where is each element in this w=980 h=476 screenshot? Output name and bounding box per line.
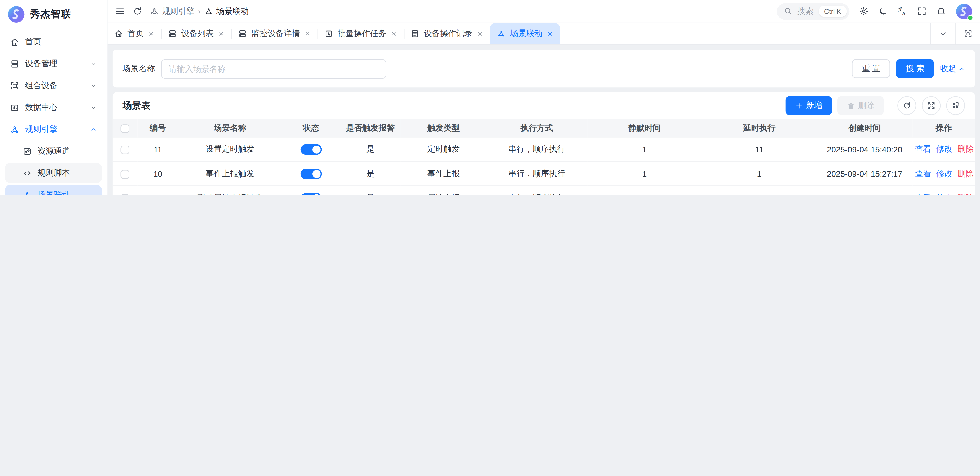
svg-text:A: A (902, 11, 905, 16)
delete-label: 删除 (858, 100, 874, 111)
tab-close-icon[interactable] (218, 30, 224, 36)
tab-close-icon[interactable] (391, 30, 397, 36)
content-fullscreen-icon[interactable] (955, 23, 980, 44)
tab-monitor-device-detail[interactable]: 监控设备详情 (231, 23, 317, 44)
column-header: 状态 (282, 119, 340, 137)
sidebar-item-combo-device[interactable]: 组合设备 (5, 76, 102, 95)
sidebar-item-home[interactable]: 首页 (5, 32, 102, 52)
delete-link[interactable]: 删除 (958, 144, 974, 154)
combo-icon (10, 81, 19, 90)
tabs-dropdown-chevron-icon[interactable] (930, 23, 955, 44)
dark-mode-moon-icon[interactable] (878, 6, 888, 16)
add-button[interactable]: 新增 (786, 96, 832, 115)
collapse-label: 收起 (940, 63, 956, 74)
table-header-row: 编号场景名称状态是否触发报警触发类型执行方式静默时间延时执行创建时间操作 (113, 119, 975, 137)
sidebar-item-label: 数据中心 (25, 102, 90, 113)
tab-close-icon[interactable] (304, 30, 310, 36)
global-search[interactable]: 搜索 Ctrl K (776, 3, 849, 20)
collapse-filter-link[interactable]: 收起 (940, 63, 965, 74)
fullscreen-icon[interactable] (917, 6, 927, 16)
cell-delay: 1 (702, 186, 816, 195)
cell-delay: 11 (702, 137, 816, 162)
cell-created-time: 2025-09-04 15:40:20 (817, 137, 913, 162)
tab-batch-task[interactable]: 批量操作任务 (318, 23, 404, 44)
tab-label: 场景联动 (510, 28, 542, 40)
status-toggle[interactable] (301, 193, 322, 195)
network-icon (150, 7, 159, 16)
row-checkbox[interactable] (121, 170, 129, 179)
notifications-bell-icon[interactable] (936, 6, 946, 16)
sidebar-item-label: 设备管理 (25, 58, 90, 70)
table-title: 场景表 (123, 100, 151, 111)
brand-name: 秀杰智联 (30, 8, 71, 21)
server-icon (238, 29, 247, 38)
scene-name-input[interactable] (161, 59, 386, 78)
tab-device-list[interactable]: 设备列表 (161, 23, 231, 44)
edit-link[interactable]: 修改 (936, 168, 952, 178)
table-toolbar: 新增 删除 (786, 96, 965, 115)
sidebar-item-label: 规则脚本 (37, 167, 97, 179)
edit-link[interactable]: 修改 (936, 193, 952, 195)
cell-exec-mode: 串行，顺序执行 (486, 162, 587, 186)
cell-scene-name: 事件上报触发 (178, 162, 282, 186)
plus-icon (795, 102, 803, 109)
settings-gear-icon[interactable] (859, 6, 869, 16)
cell-created-time: 2025-09-04 14:44:27 (817, 186, 913, 195)
hamburger-menu-icon[interactable] (115, 6, 125, 16)
row-checkbox[interactable] (121, 146, 129, 154)
main-area: 规则引擎 › 场景联动 搜索 Ctrl K 文A (107, 0, 980, 195)
cell-silent-time: 1 (587, 186, 702, 195)
table-row: 9联动属性上报触发是属性上报串行，顺序执行112025-09-04 14:44:… (113, 186, 975, 195)
status-toggle[interactable] (301, 144, 322, 154)
select-all-header (113, 119, 138, 137)
link-icon (22, 146, 32, 156)
app-window: 秀杰智联 首页设备管理组合设备数据中心规则引擎资源通道规则脚本场景联动报警配置报… (0, 0, 980, 195)
tab-device-op-log[interactable]: 设备操作记录 (404, 23, 490, 44)
sidebar-subitem-resource-channel[interactable]: 资源通道 (5, 141, 102, 161)
reset-button[interactable]: 重 置 (852, 59, 890, 78)
tab-close-icon[interactable] (477, 30, 483, 36)
sidebar-item-rule-engine[interactable]: 规则引擎 (5, 119, 102, 140)
cell-exec-mode: 串行，顺序执行 (486, 137, 587, 162)
view-link[interactable]: 查看 (915, 193, 931, 195)
tab-close-icon[interactable] (547, 30, 553, 36)
column-header: 执行方式 (486, 119, 587, 137)
breadcrumb-rule-engine[interactable]: 规则引擎 (150, 6, 194, 17)
view-link[interactable]: 查看 (915, 168, 931, 178)
row-checkbox[interactable] (121, 194, 129, 195)
tab-close-icon[interactable] (148, 30, 154, 36)
delete-link[interactable]: 删除 (958, 193, 974, 195)
language-translate-icon[interactable]: 文A (897, 6, 907, 16)
tab-scene-link[interactable]: 场景联动 (490, 23, 560, 44)
chevron-down-icon (90, 82, 97, 89)
sidebar-item-data-center[interactable]: 数据中心 (5, 97, 102, 117)
delete-link[interactable]: 删除 (958, 168, 974, 178)
sidebar-subitem-rule-script[interactable]: 规则脚本 (5, 163, 102, 183)
table-columns-button[interactable] (946, 96, 965, 115)
search-button[interactable]: 搜 索 (896, 59, 934, 78)
view-link[interactable]: 查看 (915, 144, 931, 154)
table-card-header: 场景表 新增 删除 (113, 92, 975, 119)
home-icon (115, 29, 123, 38)
delete-button[interactable]: 删除 (837, 96, 884, 115)
column-header: 场景名称 (178, 119, 282, 137)
status-toggle[interactable] (301, 168, 322, 179)
table-row: 11设置定时触发是定时触发串行，顺序执行1112025-09-04 15:40:… (113, 137, 975, 162)
breadcrumb-scene-link[interactable]: 场景联动 (204, 6, 249, 17)
tab-home[interactable]: 首页 (107, 23, 161, 44)
sidebar-item-label: 组合设备 (25, 80, 90, 91)
topbar-right: 搜索 Ctrl K 文A (776, 3, 972, 20)
chevron-down-icon (90, 104, 97, 111)
content: 场景名称 重 置 搜 索 收起 场景表 (107, 45, 980, 195)
cell-scene-name: 设置定时触发 (178, 137, 282, 162)
select-all-checkbox[interactable] (121, 124, 129, 133)
sidebar-subitem-scene-link[interactable]: 场景联动 (5, 185, 102, 195)
sidebar-item-device-mgmt[interactable]: 设备管理 (5, 54, 102, 74)
refresh-icon (903, 101, 911, 110)
filter-actions: 重 置 搜 索 收起 (852, 59, 965, 78)
table-refresh-button[interactable] (897, 96, 916, 115)
table-expand-button[interactable] (922, 96, 940, 115)
edit-link[interactable]: 修改 (936, 144, 952, 154)
user-avatar[interactable] (956, 3, 972, 20)
refresh-icon[interactable] (132, 6, 143, 16)
